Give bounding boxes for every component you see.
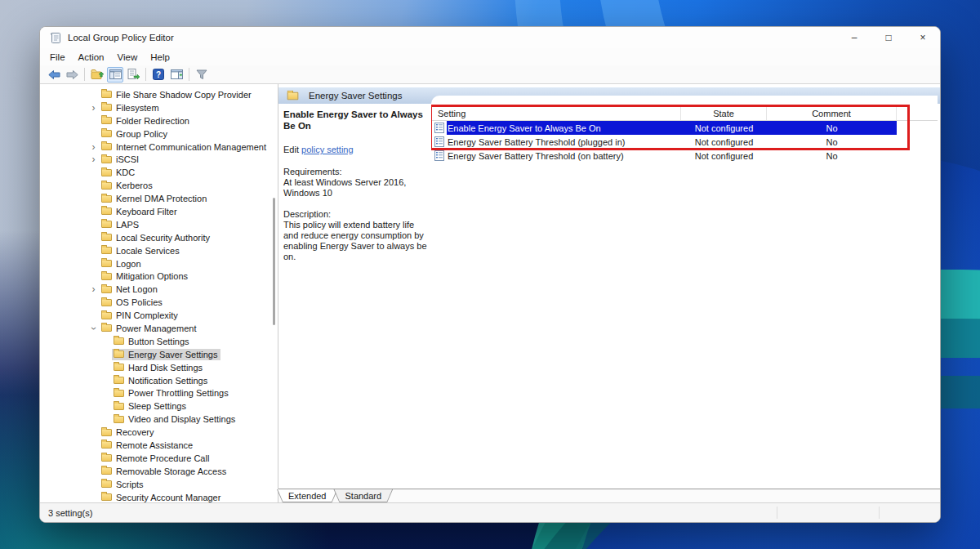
tree-item[interactable]: Energy Saver Settings xyxy=(40,348,278,361)
desktop-background: Local Group Policy Editor – □ × FileActi… xyxy=(0,0,980,549)
status-text: 3 setting(s) xyxy=(48,508,92,518)
show-console-tree-icon[interactable] xyxy=(107,67,123,83)
folder-icon xyxy=(101,480,112,488)
toolbar-separator xyxy=(189,68,189,81)
forward-arrow-icon[interactable] xyxy=(64,67,80,83)
tree-item[interactable]: Locale Services xyxy=(40,244,278,257)
tree-item-label: Notification Settings xyxy=(128,376,207,386)
expand-chevron-icon[interactable] xyxy=(87,102,100,114)
tree-item-label: PIN Complexity xyxy=(116,310,178,320)
menu-item[interactable]: Action xyxy=(72,51,111,64)
filter-icon[interactable] xyxy=(194,67,210,83)
maximize-button[interactable]: □ xyxy=(871,27,906,48)
description-text: This policy will extend battery life and… xyxy=(283,220,427,262)
tree-item[interactable]: Security Account Manager xyxy=(40,491,278,502)
tree-item[interactable]: Remote Procedure Call xyxy=(40,452,278,465)
tree-item[interactable]: Power Throttling Settings xyxy=(40,386,278,399)
column-header-state[interactable]: State xyxy=(681,106,767,120)
menu-item[interactable]: Help xyxy=(144,51,176,64)
view-tab[interactable]: Standard xyxy=(333,489,393,502)
tree-item[interactable]: Kerberos xyxy=(40,179,278,192)
tree-item[interactable]: Folder Redirection xyxy=(40,114,278,127)
tree-item-label: Security Account Manager xyxy=(116,493,220,502)
folder-icon xyxy=(101,273,112,280)
folder-icon xyxy=(101,221,112,228)
tree-item[interactable]: Filesystem xyxy=(40,101,278,114)
tree-scrollbar-thumb[interactable] xyxy=(273,198,275,325)
policy-row-state: Not configured xyxy=(681,151,767,161)
up-one-level-folder-icon[interactable] xyxy=(89,67,105,83)
tree-item-label: Remote Assistance xyxy=(116,440,193,450)
expand-chevron-icon[interactable] xyxy=(87,323,100,334)
tree-item[interactable]: Net Logon xyxy=(40,283,278,296)
tree-item[interactable]: Scripts xyxy=(40,478,278,491)
menu-item[interactable]: File xyxy=(43,51,72,64)
column-header-comment[interactable]: Comment xyxy=(767,106,897,120)
folder-icon xyxy=(101,467,112,475)
export-list-icon[interactable] xyxy=(125,67,141,83)
title-bar[interactable]: Local Group Policy Editor – □ × xyxy=(40,27,940,48)
tree-item-label: OS Policies xyxy=(116,297,163,307)
tree-item[interactable]: Power Management xyxy=(40,322,278,335)
folder-icon xyxy=(101,247,112,254)
tree-item-label: Locale Services xyxy=(116,246,180,256)
tree-item-label: Logon xyxy=(116,259,141,269)
tree-item[interactable]: LAPS xyxy=(40,218,278,231)
tree-item[interactable]: Logon xyxy=(40,257,278,270)
tree-item[interactable]: Video and Display Settings xyxy=(40,413,278,426)
policy-icon xyxy=(434,150,444,161)
view-tab-label: Extended xyxy=(278,489,336,502)
policy-icon xyxy=(434,136,444,147)
tree-item[interactable]: Remote Assistance xyxy=(40,439,278,452)
column-header-setting[interactable]: Setting xyxy=(431,106,681,120)
close-button[interactable]: × xyxy=(906,27,940,48)
tree-item[interactable]: Removable Storage Access xyxy=(40,465,278,478)
expand-chevron-icon[interactable] xyxy=(87,154,100,165)
tree-item[interactable]: OS Policies xyxy=(40,296,278,309)
tree-item[interactable]: Internet Communication Management xyxy=(40,141,278,154)
folder-icon xyxy=(101,234,112,241)
view-tab[interactable]: Extended xyxy=(277,489,337,502)
back-arrow-icon[interactable] xyxy=(46,67,62,83)
policy-row[interactable]: Energy Saver Battery Threshold (on batte… xyxy=(431,149,938,163)
tree-item[interactable]: iSCSI xyxy=(40,153,278,166)
description-label: Description: xyxy=(283,209,427,220)
expand-chevron-icon[interactable] xyxy=(87,283,100,295)
tree-item[interactable]: Hard Disk Settings xyxy=(40,361,278,374)
show-action-pane-icon[interactable] xyxy=(168,67,185,83)
folder-icon xyxy=(101,454,112,462)
tree-item[interactable]: PIN Complexity xyxy=(40,309,278,322)
policy-setting-link[interactable]: policy setting xyxy=(301,145,354,154)
tree-item[interactable]: Mitigation Options xyxy=(40,270,278,283)
settings-panel: Energy Saver Settings Enable Energy Save… xyxy=(278,84,940,502)
folder-icon xyxy=(114,377,124,384)
folder-icon xyxy=(101,104,112,111)
tree-item[interactable]: File Share Shadow Copy Provider xyxy=(40,88,278,101)
policy-description-pane: Enable Energy Saver to Always Be On Edit… xyxy=(283,109,427,262)
tree-item[interactable]: KDC xyxy=(40,166,278,179)
menu-item[interactable]: View xyxy=(111,51,145,64)
tree-item-label: File Share Shadow Copy Provider xyxy=(116,90,252,100)
minimize-button[interactable]: – xyxy=(837,27,871,48)
expand-chevron-icon[interactable] xyxy=(87,141,100,153)
folder-icon xyxy=(101,286,112,293)
tree-item-label: Mitigation Options xyxy=(116,271,188,281)
tree-item-label: Local Security Authority xyxy=(116,233,210,243)
tree-item[interactable]: Group Policy xyxy=(40,127,278,141)
policy-row-setting: Energy Saver Battery Threshold (plugged … xyxy=(448,137,625,147)
tree-item[interactable]: Keyboard Filter xyxy=(40,205,278,218)
help-icon[interactable]: ? xyxy=(150,67,167,83)
folder-icon xyxy=(101,299,112,306)
tree-item[interactable]: Kernel DMA Protection xyxy=(40,192,278,205)
tree-item[interactable]: Sleep Settings xyxy=(40,399,278,413)
folder-icon xyxy=(101,117,112,124)
policy-row[interactable]: Enable Energy Saver to Always Be On Not … xyxy=(431,121,938,135)
policy-row[interactable]: Energy Saver Battery Threshold (plugged … xyxy=(431,135,938,149)
tree-item-label: Remote Procedure Call xyxy=(116,453,209,463)
folder-icon xyxy=(101,324,112,332)
folder-icon xyxy=(101,156,112,163)
tree-item[interactable]: Local Security Authority xyxy=(40,231,278,244)
tree-item[interactable]: Notification Settings xyxy=(40,374,278,387)
tree-item[interactable]: Button Settings xyxy=(40,335,278,348)
tree-item[interactable]: Recovery xyxy=(40,426,278,439)
